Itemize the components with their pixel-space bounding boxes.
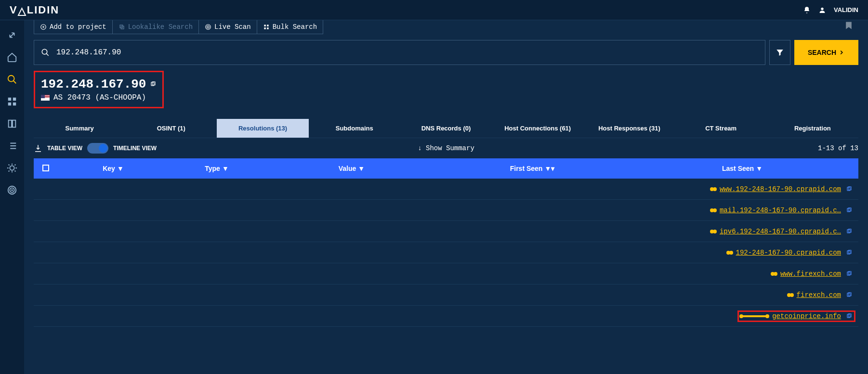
col-type-label: Type xyxy=(205,165,220,172)
search-input[interactable] xyxy=(50,48,758,57)
user-icon[interactable] xyxy=(818,6,826,14)
svg-point-8 xyxy=(10,166,14,170)
domain-link[interactable]: getcoinprice.info xyxy=(772,312,841,320)
home-icon[interactable] xyxy=(7,52,17,63)
filter-icon[interactable]: ▼ xyxy=(358,165,365,172)
copy-icon[interactable] xyxy=(846,271,853,277)
tab[interactable]: CT Stream xyxy=(675,119,767,138)
tab[interactable]: Host Responses (31) xyxy=(583,119,675,138)
toolbar-label: Add to project xyxy=(50,23,106,31)
bulk-search-button[interactable]: Bulk Search xyxy=(257,20,323,34)
timeline-row: 192-248-167-90.cprapid.com xyxy=(34,242,858,263)
search-button[interactable]: SEARCH xyxy=(794,40,858,65)
table-view-label: TABLE VIEW xyxy=(47,145,82,152)
tab[interactable]: Resolutions (13) xyxy=(217,119,308,138)
timeline-bar xyxy=(741,315,767,317)
timeline-row: www.192-248-167-90.cprapid.com xyxy=(34,179,858,200)
copy-icon[interactable] xyxy=(846,249,853,256)
add-to-project-button[interactable]: Add to project xyxy=(34,20,113,34)
tab[interactable]: OSINT (1) xyxy=(125,119,217,138)
user-name[interactable]: VALIDIN xyxy=(834,6,858,13)
expand-icon[interactable] xyxy=(7,30,17,40)
copy-icon[interactable] xyxy=(150,81,157,88)
filter-icon[interactable]: ▼ xyxy=(222,165,229,172)
timeline-bar xyxy=(712,188,715,190)
table-header: Key▼ Type▼ Value▼ First Seen▼▾ Last Seen… xyxy=(34,158,858,179)
domain-link[interactable]: firexch.com xyxy=(797,291,841,299)
bug-icon[interactable] xyxy=(7,163,17,173)
copy-icon[interactable] xyxy=(846,313,853,320)
timeline-bar xyxy=(789,294,792,296)
timeline-row: firexch.com xyxy=(34,284,858,306)
col-value-label: Value xyxy=(339,165,356,172)
domain-link[interactable]: ipv6.192-248-167-90.cprapid.c… xyxy=(720,228,841,235)
svg-rect-6 xyxy=(9,120,12,128)
search-box xyxy=(34,40,765,65)
filter-sort-icon[interactable]: ▼▾ xyxy=(544,165,554,172)
target-icon[interactable] xyxy=(7,185,17,195)
svg-point-0 xyxy=(821,7,823,10)
domain-link[interactable]: www.firexch.com xyxy=(780,270,841,278)
live-scan-button[interactable]: Live Scan xyxy=(199,20,257,34)
entity-card: 192.248.167.90 AS 20473 (AS-CHOOPA) xyxy=(34,71,164,108)
timeline-view-label: TIMELINE VIEW xyxy=(113,145,157,152)
tab[interactable]: DNS Records (0) xyxy=(400,119,492,138)
view-toggle-switch[interactable] xyxy=(87,143,108,154)
pagination-label: 1-13 of 13 xyxy=(818,144,858,152)
copy-icon[interactable] xyxy=(846,186,853,193)
chevron-right-icon xyxy=(838,49,845,56)
bell-icon[interactable] xyxy=(803,6,811,14)
svg-rect-2 xyxy=(8,98,11,101)
sidebar xyxy=(0,20,24,374)
svg-rect-7 xyxy=(13,120,15,128)
brand-logo: V△LIDIN xyxy=(10,4,59,16)
timeline-rows: www.192-248-167-90.cprapid.commail.192-2… xyxy=(34,179,858,327)
filter-button[interactable] xyxy=(769,40,790,65)
filter-icon[interactable]: ▼ xyxy=(117,165,124,172)
copy-icon[interactable] xyxy=(846,228,853,235)
lookalike-search-button[interactable]: Lookalike Search xyxy=(113,20,199,34)
timeline-row: ipv6.192-248-167-90.cprapid.c… xyxy=(34,221,858,242)
col-key-label: Key xyxy=(103,165,115,172)
funnel-icon xyxy=(776,48,784,57)
download-icon[interactable] xyxy=(34,144,42,153)
svg-rect-13 xyxy=(120,25,123,28)
domain-link[interactable]: 192-248-167-90.cprapid.com xyxy=(736,249,841,257)
tab[interactable]: Subdomains xyxy=(309,119,400,138)
select-all-checkbox[interactable] xyxy=(42,165,49,171)
plus-icon xyxy=(40,24,47,30)
bookmark-icon[interactable] xyxy=(844,20,854,33)
radar-icon xyxy=(205,24,211,30)
domain-link[interactable]: www.192-248-167-90.cprapid.com xyxy=(720,185,841,193)
svg-point-1 xyxy=(8,76,14,82)
timeline-row: getcoinprice.info xyxy=(34,306,858,327)
domain-link[interactable]: mail.192-248-167-90.cprapid.c… xyxy=(720,206,841,214)
copy-icon xyxy=(118,24,125,30)
svg-point-16 xyxy=(207,26,210,28)
svg-rect-18 xyxy=(267,25,269,26)
entity-ip: 192.248.167.90 xyxy=(41,77,146,91)
svg-rect-5 xyxy=(13,103,16,105)
col-first-label: First Seen xyxy=(510,165,543,172)
grid-icon[interactable] xyxy=(7,96,17,107)
show-summary-toggle[interactable]: ↓ Show Summary xyxy=(418,144,474,152)
search-button-label: SEARCH xyxy=(808,49,836,56)
svg-rect-4 xyxy=(8,103,11,105)
tab[interactable]: Host Connections (61) xyxy=(492,119,583,138)
timeline-bar xyxy=(712,209,715,211)
search-icon xyxy=(41,48,50,57)
svg-point-11 xyxy=(12,190,13,191)
tab[interactable]: Registration xyxy=(767,119,858,138)
timeline-row: mail.192-248-167-90.cprapid.c… xyxy=(34,200,858,221)
search-icon[interactable] xyxy=(7,74,17,85)
filter-icon[interactable]: ▼ xyxy=(756,165,763,172)
compare-icon[interactable] xyxy=(7,118,17,129)
svg-point-21 xyxy=(42,49,47,54)
list-icon[interactable] xyxy=(7,141,17,151)
copy-icon[interactable] xyxy=(846,292,853,298)
tab[interactable]: Summary xyxy=(34,119,125,138)
entity-as: AS 20473 (AS-CHOOPA) xyxy=(53,93,146,102)
copy-icon[interactable] xyxy=(846,207,853,214)
toolbar: Add to project Lookalike Search Live Sca… xyxy=(34,20,323,34)
svg-rect-19 xyxy=(264,27,266,29)
